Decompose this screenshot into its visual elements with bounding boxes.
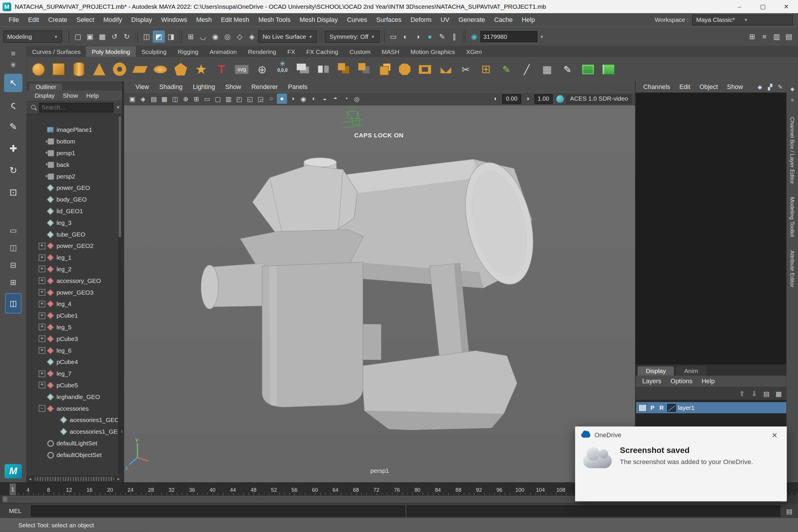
snap-to-origin-icon[interactable]: 0,0,0 [273,57,292,81]
knife-tool-icon[interactable]: ╱ [517,59,536,80]
menu-item[interactable]: Cache [490,16,517,23]
outliner-item[interactable]: + pCube5 [26,379,122,391]
outliner-item[interactable]: leg_3 [26,217,122,229]
outliner-search-input[interactable] [39,103,113,112]
outliner-item[interactable]: persp2 [26,171,122,182]
menu-item[interactable]: Deform [406,16,436,23]
menu-item[interactable]: Curves [342,16,372,23]
scale-tool[interactable]: ⊡ [4,183,22,202]
bridge-icon[interactable] [415,59,435,80]
gamma-icon[interactable]: ◑ [522,94,533,104]
menu-item[interactable]: Channels [639,83,675,90]
outliner-item[interactable]: leghandle_GEO [26,391,122,403]
select-tool[interactable]: ↖ [4,74,22,92]
lock-camera-icon[interactable]: ◈ [138,94,148,104]
shelf-tab[interactable]: Rendering [242,46,282,57]
shelf-tab[interactable]: XGen [460,46,487,57]
exposure-icon[interactable]: ◐ [491,94,501,104]
object-details-toggle-icon[interactable]: ≡ [758,31,771,43]
menu-item[interactable]: Edit [24,16,44,23]
layer-editor-tab[interactable]: Anim [676,366,706,375]
hypergraph-icon[interactable]: ▞ [766,83,774,91]
expand-toggle-icon[interactable]: + [39,254,45,261]
layer-color-swatch[interactable] [667,404,676,412]
menu-item[interactable]: Object [695,83,722,90]
super-shape-icon[interactable] [191,59,211,80]
rotate-tool[interactable]: ↻ [4,161,22,180]
menu-item[interactable]: Edit [674,83,695,90]
menu-item[interactable]: Renderer [246,83,283,90]
shaded-icon[interactable]: ● [277,94,287,104]
type-tool-icon[interactable]: T [212,59,231,80]
lasso-select-tool[interactable]: ς [4,96,22,114]
expand-toggle-icon[interactable]: + [39,266,45,273]
shelf-tab[interactable]: Rigging [172,46,204,57]
shelf-tab[interactable]: Motion Graphics [405,46,460,57]
edit-channels-icon[interactable]: ✎ [776,83,784,91]
extrude-icon[interactable] [375,59,394,80]
expand-toggle-icon[interactable]: + [39,347,45,354]
grid-icon[interactable]: ⊞ [191,94,202,104]
outliner-item[interactable]: defaultObjectSet [26,449,122,461]
notification-body[interactable]: Screenshot saved The screenshot was adde… [575,444,787,469]
sidebar-rail-tab[interactable]: Modeling Toolkit [789,197,795,237]
select-camera-icon[interactable]: ▣ [127,94,137,104]
field-chart-icon[interactable]: ◰ [234,94,244,104]
snap-projected-center-icon[interactable]: ◎ [221,31,234,43]
2d-pan-zoom-icon[interactable]: ⊕ [180,94,191,104]
poly-torus-icon[interactable] [110,59,129,80]
layer-display-flag[interactable]: R [658,404,665,411]
viewport-canvas[interactable]: y z CAPS LOCK ON persp1 [124,105,635,482]
ipr-render-icon[interactable]: ◐ [399,31,412,43]
paint-effects-icon[interactable]: ✎ [436,31,448,43]
outliner-item[interactable]: defaultLightSet [26,437,122,449]
outliner-item[interactable]: + pCube1 [26,310,122,321]
poly-plane-icon[interactable] [130,59,150,80]
two-pane-stacked-layout[interactable]: ⊟ [5,259,21,271]
outliner-item[interactable]: + leg_6 [26,345,122,356]
script-editor-icon[interactable]: ▤ [782,506,797,516]
menu-item[interactable]: Show [59,92,82,99]
pin-panel-icon[interactable]: ◆ [788,84,797,93]
combine-icon[interactable] [293,59,312,80]
snap-grid-icon[interactable]: ⊞ [185,31,197,43]
two-pane-side-layout[interactable]: ◫ [5,241,21,254]
shelf-tab[interactable]: Curves / Surfaces [26,46,86,57]
sidebar-rail-tab[interactable]: Attribute Editor [789,250,795,288]
outliner-vertical-scrollbar[interactable] [118,115,121,474]
outliner-item[interactable]: body_GEO [26,194,122,205]
menu-item[interactable]: Mesh Tools [254,16,295,23]
speed-toggle-icon[interactable]: ◆ [756,83,764,91]
current-frame-marker[interactable]: 1 [10,483,16,495]
menu-item[interactable]: Display [31,92,59,99]
menu-item[interactable]: View [130,83,154,90]
poly-cylinder-icon[interactable] [69,59,88,80]
single-pane-layout[interactable]: ▭ [5,224,21,237]
gate-mask-icon[interactable]: ▥ [223,94,234,104]
shelf-tab[interactable]: MASH [376,46,405,57]
poly-sphere-icon[interactable] [28,59,48,80]
grid-fill-icon[interactable]: ▦ [537,59,557,80]
multi-cut-icon[interactable]: ✂ [456,59,475,80]
outliner-item[interactable]: + pCube3 [26,333,122,345]
menu-item[interactable]: File [4,16,24,23]
separate-icon[interactable] [314,59,333,80]
shelf-tab[interactable]: Custom [344,46,376,57]
expand-toggle-icon[interactable]: + [39,289,45,296]
bookmarks-icon[interactable]: ▦ [159,94,169,104]
layer-visibility-checkbox[interactable] [638,404,647,412]
menu-item[interactable]: Mesh Display [295,16,342,23]
outliner-item[interactable]: - accessories [26,402,122,414]
minimize-button[interactable]: – [728,0,751,13]
panel-splitter[interactable] [122,81,124,482]
motion-blur-icon[interactable]: ◓ [330,94,340,104]
image-plane-icon[interactable]: ◫ [170,94,180,104]
expand-toggle-icon[interactable]: + [39,243,45,249]
boolean-difference-icon[interactable] [354,59,373,80]
measure-tool-icon[interactable]: ⊕ [252,59,271,80]
close-button[interactable]: ✕ [775,0,798,13]
outliner-item[interactable]: + power_GEO2 [26,240,122,252]
outliner-persp-layout[interactable]: ◫ [5,293,21,314]
uv-editor-icon[interactable] [578,59,597,80]
outliner-item[interactable]: + accessory_GEO [26,275,122,287]
